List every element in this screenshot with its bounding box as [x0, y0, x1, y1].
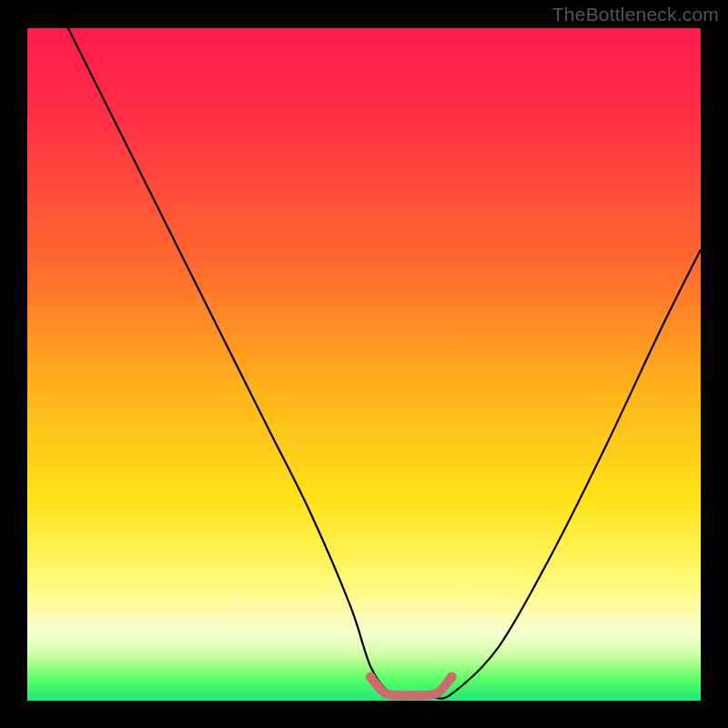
bottleneck-curve — [67, 27, 701, 699]
valley-dot-left — [366, 672, 376, 682]
valley-dot-right — [447, 672, 457, 682]
flat-valley-highlight — [370, 677, 451, 695]
chart-svg — [27, 27, 701, 701]
watermark-text: TheBottleneck.com — [552, 4, 719, 25]
chart-frame: TheBottleneck.com — [0, 0, 728, 728]
